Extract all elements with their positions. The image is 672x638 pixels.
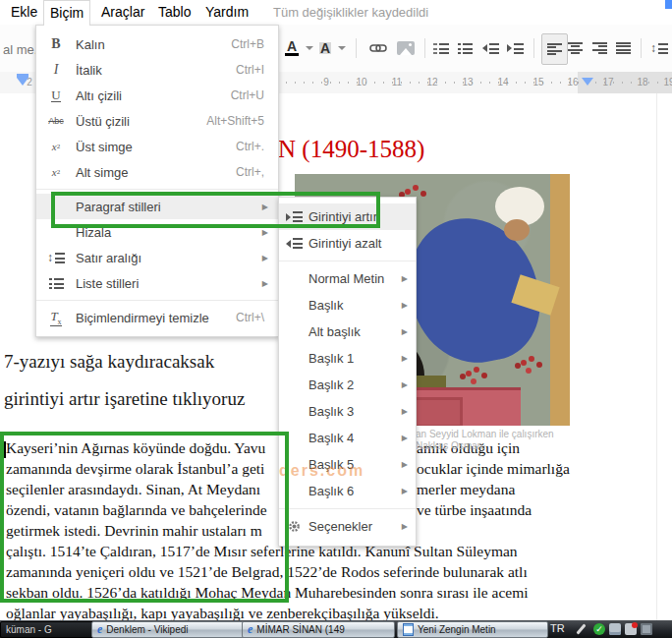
underline-icon: U xyxy=(36,88,76,102)
submenu-arrow-icon: ▶ xyxy=(402,487,408,495)
share-button-fragment[interactable] xyxy=(665,0,672,9)
menu-separator xyxy=(36,300,278,301)
submenu-item-baslik[interactable]: Başlık ▶ xyxy=(279,292,416,319)
menu-item-ust-simge[interactable]: x2 Üst simge Ctrl+. xyxy=(36,134,278,159)
submenu-item-baslik-3[interactable]: Başlık 3 ▶ xyxy=(279,398,416,425)
menu-item-bicimlendirmeyi-temizle[interactable]: Tx Biçimlendirmeyi temizle Ctrl+\ xyxy=(36,305,278,330)
taskbar-button-denklem[interactable]: e Denklem - Vikipedi xyxy=(91,621,247,638)
submenu-item-baslik-4[interactable]: Başlık 4 ▶ xyxy=(279,425,416,451)
menubar: Ekle Biçim Araçlar Tablo Yardım Tüm deği… xyxy=(0,0,672,25)
taskbar-button-zengin-metin[interactable]: Yeni Zengin Metin xyxy=(397,621,548,638)
insert-link-icon[interactable] xyxy=(369,37,387,59)
annotation-box-paragraph xyxy=(0,432,289,603)
image-caption: an Seyyid Lokman ile çalışırken Nakkaş O… xyxy=(416,429,554,452)
format-menu: B Kalın Ctrl+B I İtalik Ctrl+I U Altı çi… xyxy=(35,25,279,337)
align-right-icon[interactable] xyxy=(592,37,607,59)
right-indent-marker[interactable] xyxy=(582,78,593,86)
submenu-item-normal-metin[interactable]: Normal Metin ▶ xyxy=(279,265,416,292)
menu-item-alt-simge[interactable]: x2 Alt simge Ctrl+, xyxy=(36,159,278,185)
submenu-arrow-icon: ▶ xyxy=(262,254,268,262)
menu-item-italik[interactable]: I İtalik Ctrl+I xyxy=(36,57,278,83)
save-status: Tüm değişiklikler kaydedildi xyxy=(267,0,434,25)
audio-tray-icon[interactable] xyxy=(625,623,637,635)
submenu-item-secenekler[interactable]: Seçenekler ▶ xyxy=(279,513,416,540)
submenu-item-girintiyi-azalt[interactable]: Girintiyi azalt xyxy=(279,230,416,257)
updater-tray-icon[interactable] xyxy=(609,623,621,635)
left-indent-marker[interactable] xyxy=(17,74,28,86)
text-color-dropdown-icon[interactable] xyxy=(303,37,313,59)
submenu-arrow-icon: ▶ xyxy=(402,327,408,336)
wordpad-icon xyxy=(403,623,414,636)
image-flower-shape xyxy=(405,189,411,195)
highlight-color-icon[interactable]: A xyxy=(319,37,331,59)
toolbar-separator xyxy=(533,38,534,58)
taskbar-button-mimar-sinan[interactable]: e MİMAR SİNAN (149 xyxy=(242,621,395,638)
submenu-item-baslik-1[interactable]: Başlık 1 ▶ xyxy=(279,345,416,372)
toolbar-separator xyxy=(641,38,642,58)
pen-tray-icon[interactable] xyxy=(576,623,586,634)
annotation-box-paragraf-stilleri xyxy=(51,192,380,228)
display-tray-icon[interactable] xyxy=(641,623,652,635)
submenu-item-baslik-2[interactable]: Başlık 2 ▶ xyxy=(279,372,416,398)
italic-icon: I xyxy=(36,62,76,78)
ruler-number: 14 xyxy=(497,77,508,87)
menu-tablo[interactable]: Tablo xyxy=(152,0,196,25)
menu-item-satir-araligi[interactable]: ↕ Satır aralığı ▶ xyxy=(36,245,278,270)
decrease-indent-icon[interactable] xyxy=(482,37,499,59)
taskbar-button-document[interactable]: küman - G xyxy=(0,621,96,638)
menu-ekle[interactable]: Ekle xyxy=(5,0,43,25)
highlight-dropdown-icon[interactable] xyxy=(335,37,346,59)
align-left-icon[interactable] xyxy=(541,33,568,65)
line-spacing-icon[interactable]: ↕ xyxy=(650,37,668,59)
menu-separator xyxy=(279,508,416,509)
menu-separator xyxy=(279,261,416,261)
ruler-number: 10 xyxy=(356,77,366,87)
numbered-list-icon[interactable] xyxy=(433,37,449,59)
clear-formatting-icon: Tx xyxy=(36,309,76,327)
image-flower-shape xyxy=(521,360,527,366)
ruler-number: 15 xyxy=(532,77,543,87)
toolbar-separator xyxy=(356,38,357,58)
submenu-arrow-icon: ▶ xyxy=(262,228,268,237)
image-flower-shape xyxy=(466,371,472,377)
submenu-arrow-icon: ▶ xyxy=(402,274,408,283)
menu-item-ustu-cizili[interactable]: Abc Üstü çizili Alt+Shift+5 xyxy=(36,108,278,134)
ie-icon: e xyxy=(248,622,252,637)
submenu-arrow-icon: ▶ xyxy=(402,380,408,389)
menu-separator xyxy=(36,189,278,190)
instruction-line: 7-yazıyı sağa kaydıracaksak xyxy=(4,351,214,373)
menu-araclar[interactable]: Araçlar xyxy=(95,0,150,25)
indent-decrease-icon xyxy=(279,238,308,249)
ruler-number: 16 xyxy=(567,77,578,87)
subscript-icon: x2 xyxy=(36,166,76,178)
increase-indent-icon[interactable] xyxy=(507,37,524,59)
menu-item-alti-cizili[interactable]: U Altı çizili Ctrl+U xyxy=(36,83,278,108)
windows-taskbar: küman - G e Denklem - Vikipedi e MİMAR S… xyxy=(0,620,672,638)
antivirus-tray-icon[interactable]: ✓ xyxy=(593,623,605,635)
ruler-number: 13 xyxy=(462,77,473,87)
ie-icon: e xyxy=(97,622,102,637)
language-indicator[interactable]: TR xyxy=(550,622,565,634)
menu-item-kalin[interactable]: B Kalın Ctrl+B xyxy=(36,31,278,57)
align-center-icon[interactable] xyxy=(568,37,583,59)
paragraph-line: ve türbe inşaatında xyxy=(417,501,532,519)
google-docs-window: Ekle Biçim Araçlar Tablo Yardım Tüm deği… xyxy=(0,0,672,638)
toolbar-separator xyxy=(424,38,425,58)
site-watermark: ders.com xyxy=(279,462,364,480)
ruler-number: 17 xyxy=(602,77,613,87)
menu-item-liste-stilleri[interactable]: Liste stilleri ▶ xyxy=(36,270,278,296)
submenu-arrow-icon: ▶ xyxy=(402,434,408,442)
paragraph-line: ocuklar içinde mimarlığa xyxy=(417,460,570,478)
bulleted-list-icon[interactable] xyxy=(458,37,473,59)
menu-yardim[interactable]: Yardım xyxy=(199,0,254,25)
justify-icon[interactable] xyxy=(616,37,631,59)
strikethrough-icon: Abc xyxy=(36,116,76,126)
text-color-icon[interactable]: A xyxy=(285,37,299,59)
insert-image-icon[interactable] xyxy=(397,37,415,59)
submenu-arrow-icon: ▶ xyxy=(402,354,408,363)
page-edge-line xyxy=(656,93,657,620)
bold-icon: B xyxy=(36,36,76,52)
menu-bicim[interactable]: Biçim xyxy=(43,0,90,26)
submenu-item-alt-baslik[interactable]: Alt başlık ▶ xyxy=(279,319,416,345)
submenu-item-baslik-6[interactable]: Başlık 6 ▶ xyxy=(279,478,416,504)
